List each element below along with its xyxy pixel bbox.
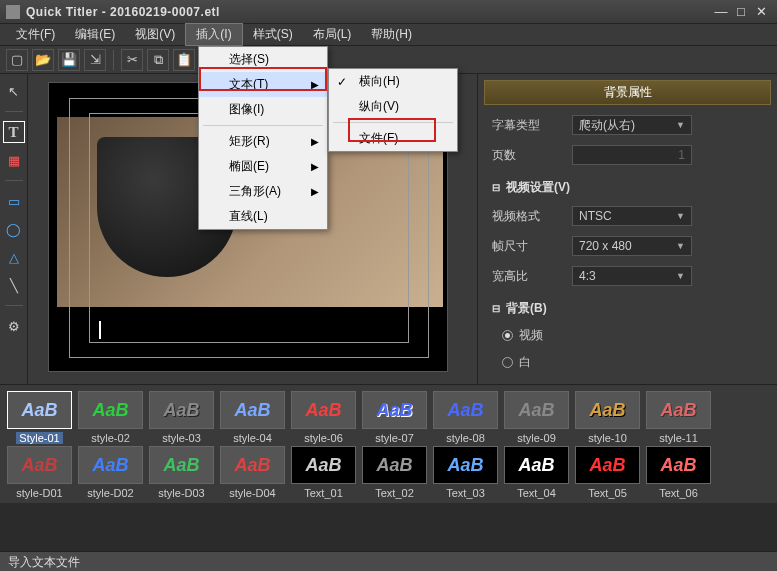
style-cell[interactable]: AaBstyle-D01 <box>6 446 73 499</box>
style-thumb[interactable]: AaB <box>433 391 498 429</box>
line-tool-icon[interactable]: ╲ <box>3 274 25 296</box>
rect-tool-icon[interactable]: ▭ <box>3 190 25 212</box>
radio-video-row[interactable]: 视频 <box>502 327 763 344</box>
style-label: style-02 <box>91 432 130 444</box>
style-cell[interactable]: AaBText_04 <box>503 446 570 499</box>
aspect-select[interactable]: 4:3▼ <box>572 266 692 286</box>
menu-help[interactable]: 帮助(H) <box>361 24 422 45</box>
style-thumb[interactable]: AaB <box>291 446 356 484</box>
style-thumb[interactable]: AaB <box>220 391 285 429</box>
text-tool-icon[interactable]: T <box>3 121 25 143</box>
style-cell[interactable]: AaBstyle-10 <box>574 391 641 444</box>
style-thumb[interactable]: AaB <box>575 446 640 484</box>
menubar: 文件(F) 编辑(E) 视图(V) 插入(I) 样式(S) 布局(L) 帮助(H… <box>0 24 777 46</box>
style-thumb[interactable]: AaB <box>504 391 569 429</box>
style-cell[interactable]: AaBstyle-03 <box>148 391 215 444</box>
style-thumb[interactable]: AaB <box>646 446 711 484</box>
cut-icon[interactable]: ✂ <box>121 49 143 71</box>
dd-triangle-label: 三角形(A) <box>229 183 281 200</box>
pages-value: 1 <box>678 148 685 162</box>
section-background[interactable]: ⊟背景(B) <box>492 300 763 317</box>
open-icon[interactable]: 📂 <box>32 49 54 71</box>
style-cell[interactable]: AaBstyle-02 <box>77 391 144 444</box>
style-cell[interactable]: AaBstyle-D02 <box>77 446 144 499</box>
dd-file[interactable]: 文件(F)... <box>329 126 457 151</box>
new-icon[interactable]: ▢ <box>6 49 28 71</box>
style-cell[interactable]: AaBstyle-11 <box>645 391 712 444</box>
maximize-button[interactable]: □ <box>731 4 751 19</box>
import-icon[interactable]: ⇲ <box>84 49 106 71</box>
dd-text-label: 文本(T) <box>229 76 268 93</box>
dd-vert[interactable]: 纵向(V) <box>329 94 457 119</box>
style-cell[interactable]: AaBstyle-D04 <box>219 446 286 499</box>
styles-gallery: AaBStyle-01AaBstyle-02AaBstyle-03AaBstyl… <box>0 384 777 503</box>
style-thumb[interactable]: AaB <box>646 391 711 429</box>
check-icon: ✓ <box>337 75 347 89</box>
menu-edit[interactable]: 编辑(E) <box>65 24 125 45</box>
style-thumb[interactable]: AaB <box>149 391 214 429</box>
menu-style[interactable]: 样式(S) <box>243 24 303 45</box>
style-thumb[interactable]: AaB <box>575 391 640 429</box>
radio-white-row[interactable]: 白 <box>502 354 763 371</box>
style-thumb[interactable]: AaB <box>362 391 427 429</box>
separator <box>5 305 23 306</box>
menu-insert[interactable]: 插入(I) <box>185 23 242 46</box>
style-thumb[interactable]: AaB <box>504 446 569 484</box>
style-thumb[interactable]: AaB <box>7 446 72 484</box>
style-cell[interactable]: AaBstyle-D03 <box>148 446 215 499</box>
style-label: style-08 <box>446 432 485 444</box>
submenu-arrow-icon: ▶ <box>311 136 319 147</box>
subtitle-type-select[interactable]: 爬动(从右)▼ <box>572 115 692 135</box>
style-label: Text_06 <box>659 487 698 499</box>
vformat-select[interactable]: NTSC▼ <box>572 206 692 226</box>
style-thumb[interactable]: AaB <box>7 391 72 429</box>
ellipse-tool-icon[interactable]: ◯ <box>3 218 25 240</box>
menu-file[interactable]: 文件(F) <box>6 24 65 45</box>
style-thumb[interactable]: AaB <box>78 391 143 429</box>
style-cell[interactable]: AaBstyle-09 <box>503 391 570 444</box>
style-cell[interactable]: AaBstyle-07 <box>361 391 428 444</box>
menu-layout[interactable]: 布局(L) <box>303 24 362 45</box>
style-label: style-D01 <box>16 487 62 499</box>
dd-horiz[interactable]: ✓横向(H) <box>329 69 457 94</box>
dd-rect[interactable]: 矩形(R)▶ <box>199 129 327 154</box>
dd-text[interactable]: 文本(T)▶ <box>199 72 327 97</box>
style-cell[interactable]: AaBstyle-06 <box>290 391 357 444</box>
style-thumb[interactable]: AaB <box>291 391 356 429</box>
triangle-tool-icon[interactable]: △ <box>3 246 25 268</box>
dd-select[interactable]: 选择(S) <box>199 47 327 72</box>
style-cell[interactable]: AaBText_01 <box>290 446 357 499</box>
app-icon <box>6 5 20 19</box>
fsize-select[interactable]: 720 x 480▼ <box>572 236 692 256</box>
dd-ellipse[interactable]: 椭圆(E)▶ <box>199 154 327 179</box>
style-thumb[interactable]: AaB <box>433 446 498 484</box>
style-thumb[interactable]: AaB <box>362 446 427 484</box>
style-label: style-10 <box>588 432 627 444</box>
fsize-label: 帧尺寸 <box>492 238 572 255</box>
style-label: style-D04 <box>229 487 275 499</box>
style-thumb[interactable]: AaB <box>220 446 285 484</box>
paste-icon[interactable]: 📋 <box>173 49 195 71</box>
pointer-icon[interactable]: ↖ <box>3 80 25 102</box>
style-cell[interactable]: AaBText_05 <box>574 446 641 499</box>
style-cell[interactable]: AaBText_06 <box>645 446 712 499</box>
copy-icon[interactable]: ⧉ <box>147 49 169 71</box>
style-thumb[interactable]: AaB <box>149 446 214 484</box>
grid-icon[interactable]: ▦ <box>3 149 25 171</box>
style-cell[interactable]: AaBstyle-04 <box>219 391 286 444</box>
settings-icon[interactable]: ⚙ <box>3 315 25 337</box>
section-video-settings[interactable]: ⊟视频设置(V) <box>492 179 763 196</box>
style-cell[interactable]: AaBStyle-01 <box>6 391 73 444</box>
dd-line[interactable]: 直线(L) <box>199 204 327 229</box>
style-cell[interactable]: AaBText_03 <box>432 446 499 499</box>
minimize-button[interactable]: — <box>711 4 731 19</box>
dd-triangle[interactable]: 三角形(A)▶ <box>199 179 327 204</box>
close-button[interactable]: ✕ <box>751 4 771 19</box>
save-icon[interactable]: 💾 <box>58 49 80 71</box>
style-cell[interactable]: AaBstyle-08 <box>432 391 499 444</box>
menu-view[interactable]: 视图(V) <box>125 24 185 45</box>
style-cell[interactable]: AaBText_02 <box>361 446 428 499</box>
style-thumb[interactable]: AaB <box>78 446 143 484</box>
chevron-down-icon: ▼ <box>676 211 685 221</box>
dd-image[interactable]: 图像(I) <box>199 97 327 122</box>
